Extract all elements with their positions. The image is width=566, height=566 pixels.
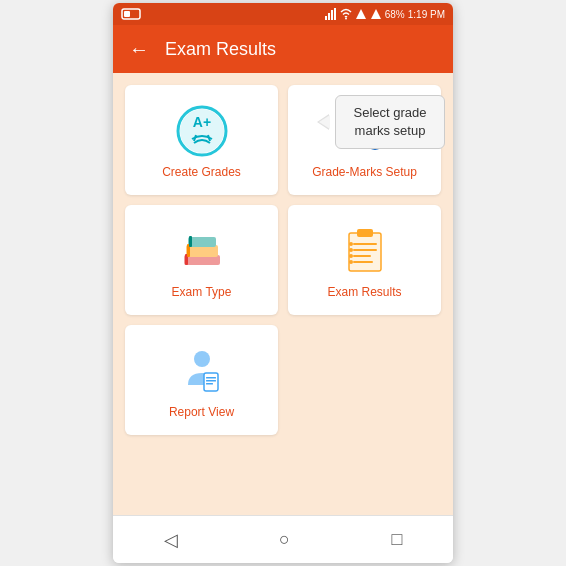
svg-rect-3 [328, 13, 330, 20]
back-button[interactable]: ← [129, 38, 149, 61]
svg-rect-24 [189, 236, 192, 247]
svg-rect-26 [357, 229, 373, 237]
svg-rect-28 [353, 249, 377, 251]
report-view-icon [176, 345, 228, 397]
status-bar-left [121, 8, 141, 20]
card-exam-type[interactable]: Exam Type [125, 205, 278, 315]
triangle-icon [355, 8, 367, 20]
status-time: 1:19 PM [408, 9, 445, 20]
svg-rect-2 [325, 16, 327, 20]
tooltip-box: Select grade marks setup [335, 95, 445, 149]
svg-rect-30 [353, 261, 373, 263]
svg-rect-21 [188, 237, 216, 247]
tooltip-arrow [317, 114, 329, 130]
triangle2-icon [370, 8, 382, 20]
svg-rect-29 [353, 255, 371, 257]
svg-point-35 [194, 351, 210, 367]
svg-rect-38 [206, 380, 216, 382]
phone-speaker-icon [121, 8, 141, 20]
bottom-nav: ◁ ○ □ [113, 515, 453, 563]
nav-home-button[interactable]: ○ [263, 521, 306, 558]
svg-rect-25 [349, 233, 381, 271]
signal-icon [325, 8, 337, 20]
status-bar-right: 68% 1:19 PM [325, 8, 445, 20]
card-exam-results[interactable]: Exam Results [288, 205, 441, 315]
wifi-icon [340, 8, 352, 20]
nav-back-button[interactable]: ◁ [148, 521, 194, 559]
svg-marker-7 [356, 9, 366, 19]
phone-frame: 68% 1:19 PM ← Exam Results A+ Create G [113, 3, 453, 563]
svg-rect-4 [331, 10, 333, 20]
app-bar-title: Exam Results [165, 39, 276, 60]
svg-marker-8 [371, 9, 381, 19]
content-area: A+ Create Grades [113, 73, 453, 515]
card-exam-results-label: Exam Results [327, 285, 401, 299]
svg-rect-1 [124, 11, 130, 17]
battery-percent: 68% [385, 9, 405, 20]
create-grades-icon: A+ [176, 105, 228, 157]
card-exam-type-label: Exam Type [172, 285, 232, 299]
card-grade-marks-label: Grade-Marks Setup [312, 165, 417, 179]
tooltip-text: Select grade marks setup [354, 105, 427, 138]
svg-rect-36 [204, 373, 218, 391]
card-create-grades[interactable]: A+ Create Grades [125, 85, 278, 195]
nav-recent-button[interactable]: □ [375, 521, 418, 558]
tooltip-wrapper: Select grade marks setup [317, 95, 445, 149]
exam-results-icon [339, 225, 391, 277]
svg-rect-39 [206, 383, 213, 385]
svg-point-33 [349, 254, 353, 258]
status-bar: 68% 1:19 PM [113, 3, 453, 25]
svg-point-31 [349, 242, 353, 246]
svg-point-32 [349, 248, 353, 252]
app-bar: ← Exam Results [113, 25, 453, 73]
card-create-grades-label: Create Grades [162, 165, 241, 179]
card-report-view-label: Report View [169, 405, 234, 419]
svg-rect-27 [353, 243, 377, 245]
exam-type-icon [176, 225, 228, 277]
card-report-view[interactable]: Report View [125, 325, 278, 435]
svg-point-34 [349, 260, 353, 264]
svg-point-6 [345, 18, 347, 20]
svg-rect-5 [334, 8, 336, 20]
svg-text:A+: A+ [192, 114, 210, 130]
svg-rect-37 [206, 377, 216, 379]
